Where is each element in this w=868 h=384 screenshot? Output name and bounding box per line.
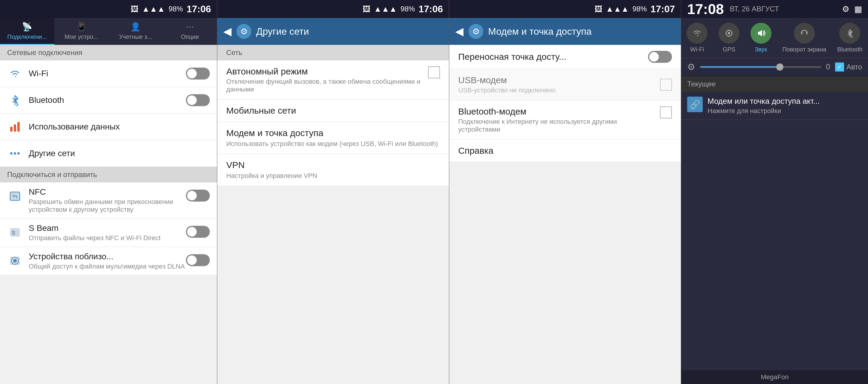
tab-options-label: Опции [181,33,199,40]
hotspot-item[interactable]: Переносная точка досту... [449,45,681,69]
settings-icon[interactable]: ⚙ [842,4,849,14]
svg-point-4 [14,152,16,155]
battery-1: 98% [168,5,183,13]
airplane-title: Автономный режим [226,66,428,77]
panel-connections: 🖼 ▲▲▲ 98% 17:06 📡 Подключени... 📱 Мое ус… [0,0,217,384]
settings-item-bluetooth[interactable]: Bluetooth [0,87,217,114]
settings-item-nearby[interactable]: Устройства поблизо... Общий доступ к фай… [0,247,217,275]
tab-my-device[interactable]: 📱 Мое устро... [54,18,109,45]
nfc-text: NFC Разрешить обмен данными при прикосно… [29,187,186,213]
tab-options[interactable]: ⋯ Опции [163,18,217,45]
bt-tether-item[interactable]: Bluetooth-модем Подключение к Интернету … [449,100,681,140]
notification-date: ВТ, 26 АВГУСТ [730,5,779,13]
settings-item-data-usage[interactable]: Использование данных [0,114,217,140]
qt-sound-label: Звук [755,46,767,53]
auto-brightness-check[interactable]: ✓ [835,62,844,71]
settings-item-sbeam[interactable]: S S Beam Отправить файлы через NFC и Wi-… [0,218,217,247]
svg-rect-2 [17,122,20,131]
tab-connections[interactable]: 📡 Подключени... [0,18,54,45]
vpn-title: VPN [226,160,440,170]
quick-toggle-rotate[interactable]: Поворот экрана [782,23,826,53]
usb-tether-checkbox [660,79,672,91]
status-bar-3: 🖼 ▲▲▲ 98% 17:07 [449,0,681,18]
qt-gps-icon [718,23,740,44]
qt-rotate-label: Поворот экрана [782,46,826,53]
back-button-2[interactable]: ◀ [223,25,231,38]
other-networks-icon [7,146,23,161]
notifications-header: Текущее [681,76,868,92]
svg-point-5 [17,152,20,155]
qt-gps-label: GPS [723,46,735,53]
quick-toggle-wifi[interactable]: Wi-Fi [687,23,708,53]
vpn-item[interactable]: VPN Настройка и управление VPN [217,154,449,186]
settings-gear-icon-3: ⚙ [468,24,483,39]
battery-2: 98% [401,5,415,13]
back-button-3[interactable]: ◀ [455,25,464,38]
usb-tether-title: USB-модем [458,75,660,85]
airplane-mode-item[interactable]: Автономный режим Отключение функций вызо… [217,60,449,99]
nearby-title: Устройства поблизо... [29,252,186,261]
brightness-row: ⚙ 0 ✓ Авто [681,58,868,76]
panel2-content: Сеть Автономный режим Отключение функций… [217,45,449,384]
wifi-toggle[interactable] [186,67,210,80]
sbeam-text: S Beam Отправить файлы через NFC и Wi-Fi… [29,224,186,242]
qt-bluetooth-icon [839,23,860,44]
nfc-title: NFC [29,187,186,197]
bluetooth-title: Bluetooth [29,95,186,105]
nearby-toggle[interactable] [186,254,210,266]
bt-tether-checkbox[interactable] [660,107,672,118]
bluetooth-toggle[interactable] [186,94,210,106]
panel-tethering: 🖼 ▲▲▲ 98% 17:07 ◀ ⚙ Модем и точка доступ… [449,0,681,384]
nfc-desc: Разрешить обмен данными при прикосновени… [29,198,186,213]
tab-options-icon: ⋯ [186,22,194,32]
mobile-networks-item[interactable]: Мобильные сети [217,99,449,122]
brightness-settings-icon[interactable]: ⚙ [687,62,695,72]
settings-item-other-networks[interactable]: Другие сети [0,140,217,167]
other-networks-title: Другие сети [29,149,210,158]
settings-item-nfc[interactable]: NFC Разрешить обмен данными при прикосно… [0,182,217,218]
brightness-slider[interactable] [700,66,821,68]
quick-toggle-gps[interactable]: GPS [718,23,740,53]
signal-strength-1: ▲▲▲ [142,4,165,14]
panel3-header: ◀ ⚙ Модем и точка доступа [449,18,681,45]
tab-accounts-label: Учетные з... [119,33,152,40]
signal-3: ▲▲▲ [606,4,629,14]
time-1: 17:06 [187,4,211,14]
quick-toggle-sound[interactable]: Звук [750,23,771,53]
notification-hotspot[interactable]: 🔗 Модем или точка доступа акт... Нажмите… [681,92,868,120]
settings-item-wifi[interactable]: Wi-Fi [0,60,217,87]
grid-icon[interactable]: ▦ [854,4,862,14]
hotspot-toggle[interactable] [648,51,672,63]
sbeam-toggle[interactable] [186,226,210,238]
section-header-network-p2: Сеть [217,45,449,60]
tethering-desc: Использовать устройство как модем (через… [226,140,440,148]
sbeam-title: S Beam [29,224,186,233]
airplane-desc: Отключение функций вызовов, а также обме… [226,78,428,93]
status-icons-right: ⚙ ▦ [842,4,862,14]
bluetooth-text: Bluetooth [29,95,186,105]
airplane-checkbox[interactable] [428,66,440,78]
panel2-header: ◀ ⚙ Другие сети [217,18,449,45]
wifi-icon [7,66,23,81]
svg-point-3 [10,152,12,155]
notif-hotspot-icon: 🔗 [687,97,703,112]
tab-accounts-icon: 👤 [130,22,141,32]
tethering-item[interactable]: Модем и точка доступа Использовать устро… [217,122,449,154]
mobile-networks-title: Мобильные сети [226,106,440,116]
help-item[interactable]: Справка [449,140,681,162]
quick-toggle-bluetooth[interactable]: Bluetooth [837,23,863,53]
usb-tether-item[interactable]: USB-модем USB-устройство не подключено [449,69,681,100]
vpn-desc: Настройка и управление VPN [226,172,440,180]
svg-point-13 [728,32,730,34]
svg-text:S: S [12,230,15,236]
tab-accounts[interactable]: 👤 Учетные з... [108,18,163,45]
usb-tether-desc: USB-устройство не подключено [458,86,660,94]
qt-rotate-icon [794,23,815,44]
airplane-text: Автономный режим Отключение функций вызо… [226,66,428,93]
panel-other-networks: 🖼 ▲▲▲ 98% 17:06 ◀ ⚙ Другие сети Сеть Авт… [217,0,449,384]
section-header-share: Подключиться и отправить [0,167,217,182]
nfc-toggle[interactable] [186,189,210,202]
help-title: Справка [458,146,672,156]
hotspot-title: Переносная точка досту... [458,52,648,62]
bluetooth-icon [7,92,23,108]
